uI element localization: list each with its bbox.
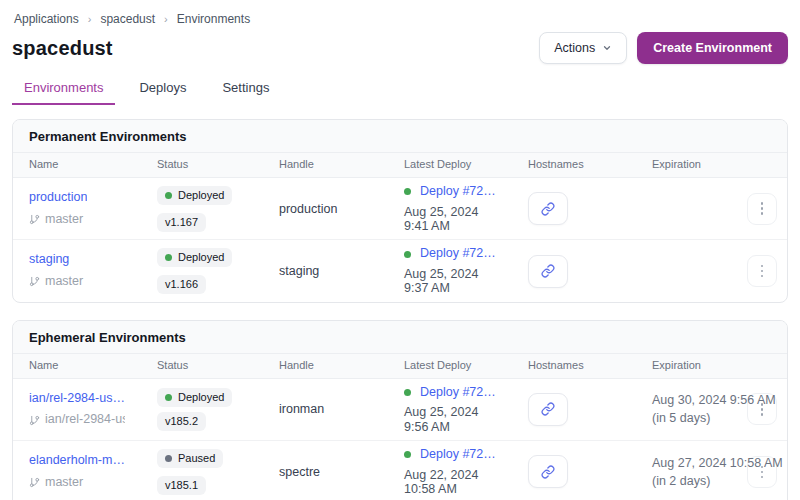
header-actions: Actions Create Environment [539, 32, 788, 64]
deploy-status-dot-icon [404, 251, 411, 258]
status-badges: Paused v185.1 [157, 449, 247, 495]
row-menu-button[interactable] [747, 255, 777, 287]
breadcrumb-current: Environments [177, 12, 250, 26]
column-header-actions [744, 354, 788, 379]
kebab-vertical-icon [761, 202, 764, 205]
deploy-status-dot-icon [404, 188, 411, 195]
expiration-relative: (in 2 days) [652, 472, 728, 490]
ephemeral-environments-card: Ephemeral Environments Name Status Handl… [12, 320, 788, 500]
git-branch-icon [29, 415, 40, 426]
deploy-link[interactable]: Deploy #725295 [420, 184, 496, 200]
column-header-expiration: Expiration [636, 354, 744, 379]
status-badge: Deployed [157, 186, 232, 205]
git-branch: master [29, 475, 125, 491]
latest-deploy: Deploy #725298 [404, 385, 496, 401]
column-header-latest-deploy: Latest Deploy [388, 354, 512, 379]
column-header-status: Status [141, 153, 263, 178]
table-row-production: production master Deployed v1.167 produc… [13, 178, 788, 240]
status-badges: Deployed v1.166 [157, 248, 247, 294]
breadcrumb: Applications › spacedust › Environments [12, 10, 788, 26]
column-header-latest-deploy: Latest Deploy [388, 153, 512, 178]
git-branch-icon [29, 477, 40, 488]
card-title-ephemeral: Ephemeral Environments [13, 321, 787, 354]
tab-deploys[interactable]: Deploys [127, 76, 198, 105]
tab-settings[interactable]: Settings [210, 76, 281, 105]
kebab-vertical-icon [761, 265, 764, 268]
handle-text: staging [279, 264, 319, 278]
status-badge: Deployed [157, 388, 232, 407]
tab-environments[interactable]: Environments [12, 76, 115, 105]
branch-name: master [45, 475, 83, 491]
expiration-cell [636, 240, 744, 302]
kebab-vertical-icon [761, 403, 764, 406]
deploy-link[interactable]: Deploy #725298 [420, 385, 496, 401]
expiration-relative: (in 5 days) [652, 409, 728, 427]
card-title-permanent: Permanent Environments [13, 120, 787, 153]
breadcrumb-link-applications[interactable]: Applications [14, 12, 79, 26]
column-header-hostnames: Hostnames [512, 354, 636, 379]
env-name-link[interactable]: elanderholm-master [29, 453, 125, 469]
version-badge: v185.2 [157, 412, 206, 431]
status-badge: Deployed [157, 248, 232, 267]
latest-deploy: Deploy #725293 [404, 246, 496, 262]
actions-button[interactable]: Actions [539, 32, 627, 64]
page-title: spacedust [12, 37, 113, 60]
row-menu-button[interactable] [747, 193, 777, 225]
breadcrumb-separator: › [88, 13, 92, 25]
deploy-status-dot-icon [404, 451, 411, 458]
link-icon [541, 264, 555, 278]
env-name-link[interactable]: production [29, 190, 87, 206]
deployed-dot-icon [165, 254, 172, 261]
column-header-hostnames: Hostnames [512, 153, 636, 178]
git-branch: ian/rel-2984-usage-... [29, 412, 125, 428]
version-badge: v1.166 [157, 275, 206, 294]
version-badge: v1.167 [157, 213, 206, 232]
deploy-date: Aug 25, 2024 9:41 AM [404, 205, 496, 234]
hostnames-link-button[interactable] [528, 255, 568, 288]
actions-button-label: Actions [554, 41, 595, 55]
table-row-elanderholm: elanderholm-master master Paused v185.1 … [13, 441, 788, 500]
git-branch: master [29, 274, 125, 290]
git-branch: master [29, 212, 125, 228]
hostnames-link-button[interactable] [528, 393, 568, 426]
handle-text: spectre [279, 465, 320, 479]
permanent-environments-table: Name Status Handle Latest Deploy Hostnam… [13, 153, 788, 302]
expiration-date: Aug 30, 2024 9:56 AM [652, 391, 728, 409]
status-badges: Deployed v1.167 [157, 186, 247, 232]
expiration-cell: Aug 27, 2024 10:58 AM (in 2 days) [636, 441, 744, 500]
table-row-staging: staging master Deployed v1.166 staging [13, 240, 788, 302]
column-header-handle: Handle [263, 354, 388, 379]
table-header-row: Name Status Handle Latest Deploy Hostnam… [13, 354, 788, 379]
handle-text: production [279, 202, 337, 216]
create-environment-button[interactable]: Create Environment [637, 32, 788, 64]
env-name-link[interactable]: ian/rel-2984-usage-... [29, 391, 125, 407]
handle-text: ironman [279, 402, 324, 416]
latest-deploy: Deploy #725295 [404, 184, 496, 200]
status-badge: Paused [157, 449, 223, 468]
column-header-status: Status [141, 354, 263, 379]
tab-bar: Environments Deploys Settings [12, 76, 788, 105]
permanent-environments-card: Permanent Environments Name Status Handl… [12, 119, 788, 303]
link-icon [541, 465, 555, 479]
hostnames-link-button[interactable] [528, 455, 568, 488]
branch-name: master [45, 212, 83, 228]
git-branch-icon [29, 276, 40, 287]
environments-page: Applications › spacedust › Environments … [0, 0, 800, 500]
deploy-link[interactable]: Deploy #724123 [420, 447, 496, 463]
env-name-link[interactable]: staging [29, 252, 69, 268]
deployed-dot-icon [165, 394, 172, 401]
chevron-down-icon [602, 43, 612, 53]
column-header-actions [744, 153, 788, 178]
link-icon [541, 202, 555, 216]
deploy-link[interactable]: Deploy #725293 [420, 246, 496, 262]
breadcrumb-separator: › [164, 13, 168, 25]
hostnames-link-button[interactable] [528, 192, 568, 225]
deploy-date: Aug 22, 2024 10:58 AM [404, 468, 496, 497]
deploy-status-dot-icon [404, 389, 411, 396]
column-header-name: Name [13, 354, 141, 379]
status-badges: Deployed v185.2 [157, 388, 247, 431]
branch-name: master [45, 274, 83, 290]
table-header-row: Name Status Handle Latest Deploy Hostnam… [13, 153, 788, 178]
breadcrumb-link-spacedust[interactable]: spacedust [100, 12, 155, 26]
expiration-cell: Aug 30, 2024 9:56 AM (in 5 days) [636, 378, 744, 440]
